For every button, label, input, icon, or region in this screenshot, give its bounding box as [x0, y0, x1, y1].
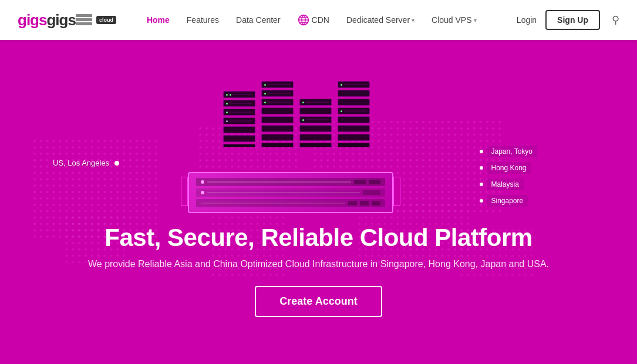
location-labels-right: Japan, Tokyo Hong Kong Malaysia Singapor… [480, 146, 538, 207]
hero-title: Fast, Secure, Reliable Cloud Platform [0, 224, 637, 252]
location-singapore: Singapore [480, 195, 528, 207]
nav-cdn-label: CDN [312, 15, 329, 25]
create-account-button[interactable]: Create Account [255, 286, 382, 317]
location-hk: Hong Kong [480, 162, 531, 174]
nav-dedicated[interactable]: Dedicated Server ▾ [339, 11, 422, 29]
nav-datacenter[interactable]: Data Center [229, 11, 287, 29]
logo-server-icon [76, 14, 92, 26]
search-icon[interactable]: ⚲ [612, 14, 619, 26]
logo-icon-area: cloud [76, 14, 116, 26]
nav-features[interactable]: Features [180, 11, 226, 29]
location-malaysia: Malaysia [480, 178, 524, 190]
server-towers [223, 81, 370, 147]
nav-signup-button[interactable]: Sign Up [545, 10, 600, 30]
hero-subtitle: We provide Reliable Asia and China Optim… [0, 259, 637, 269]
nav-home[interactable]: Home [140, 11, 177, 29]
nav-links: Home Features Data Center CDN Dedicated … [140, 9, 517, 31]
nav-cdn[interactable]: CDN [291, 9, 336, 31]
navbar: gigsgigs cloud Home Features Data Center [0, 0, 637, 40]
location-tokyo: Japan, Tokyo [480, 146, 538, 157]
logo[interactable]: gigsgigs cloud [18, 11, 116, 29]
main-rack-chassis [188, 172, 393, 213]
chevron-down-icon: ▾ [474, 17, 477, 23]
nav-right: Login Sign Up ⚲ [517, 10, 619, 30]
hero-text: Fast, Secure, Reliable Cloud Platform We… [0, 224, 637, 317]
nav-cloudvps-label: Cloud VPS [432, 15, 471, 25]
logo-gigs2: gigs [46, 11, 75, 29]
logo-gigs1: gigs [18, 11, 46, 29]
logo-cloud-badge: cloud [96, 16, 116, 24]
nav-cloudvps[interactable]: Cloud VPS ▾ [424, 11, 483, 29]
hero-section: US, Los Angeles [0, 40, 637, 364]
cdn-icon [298, 14, 309, 26]
chevron-down-icon: ▾ [412, 17, 414, 23]
nav-dedicated-label: Dedicated Server [346, 15, 410, 25]
nav-login[interactable]: Login [517, 15, 537, 25]
location-la: US, Los Angeles [53, 157, 119, 168]
